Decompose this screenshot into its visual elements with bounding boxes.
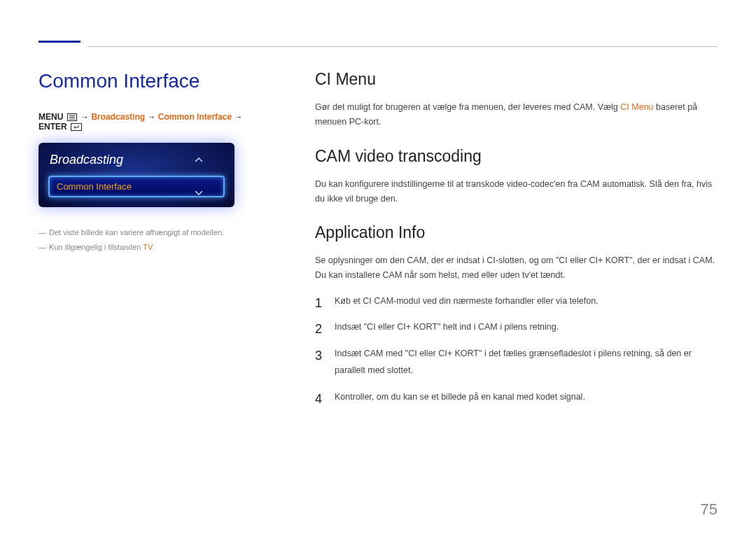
menu-icon (67, 113, 77, 121)
page-title: Common Interface (38, 70, 255, 92)
right-column: CI Menu Gør det muligt for brugeren at v… (315, 70, 718, 415)
note-2-text-a: Kun tilgængelig i tilstanden (49, 243, 143, 251)
osd-scroll-chevrons (194, 155, 204, 195)
step-item: Kontroller, om du kan se et billede på e… (315, 389, 718, 406)
top-horizontal-rule (88, 46, 718, 47)
osd-preview-panel: Broadcasting Common Interface (38, 143, 234, 207)
notes-block: ―Det viste billede kan variere afhængigt… (38, 225, 255, 255)
breadcrumb-arrow: → (234, 112, 242, 122)
breadcrumb-arrow: → (147, 112, 155, 122)
enter-icon (71, 123, 82, 131)
step-item: Indsæt CAM med "CI eller CI+ KORT" i det… (315, 346, 718, 379)
note-line-2: ―Kun tilgængelig i tilstanden TV. (38, 240, 255, 255)
section-ci-menu-heading: CI Menu (315, 70, 718, 89)
note-1-text: Det viste billede kan variere afhængigt … (49, 228, 224, 237)
page-number: 75 (701, 500, 718, 519)
section-app-info-heading: Application Info (315, 223, 718, 242)
breadcrumb-common-interface: Common Interface (158, 112, 232, 122)
section-cam-video-heading: CAM video transcoding (315, 147, 718, 166)
note-2-tv: TV (143, 243, 152, 251)
note-dash: ― (38, 243, 46, 251)
chevron-down-icon (194, 188, 204, 195)
breadcrumb-arrow: → (80, 112, 89, 122)
section-ci-menu-text: Gør det muligt for brugeren at vælge fra… (315, 100, 718, 130)
app-info-steps: Køb et CI CAM-modul ved din nærmeste for… (315, 293, 718, 406)
breadcrumb-broadcasting: Broadcasting (91, 112, 145, 122)
breadcrumb: MENU → Broadcasting → Common Interface →… (38, 112, 255, 132)
note-2-text-c: . (152, 243, 154, 251)
chevron-up-icon (194, 155, 204, 162)
left-column: Common Interface MENU → Broadcasting → C… (38, 70, 255, 255)
breadcrumb-enter-label: ENTER (38, 122, 67, 132)
section-cam-video-text: Du kan konfigurere indstillingerne til a… (315, 177, 718, 207)
section-app-info-text: Se oplysninger om den CAM, der er indsat… (315, 253, 718, 283)
ci-menu-p-a: Gør det muligt for brugeren at vælge fra… (315, 102, 620, 112)
breadcrumb-menu-label: MENU (38, 112, 63, 122)
note-line-1: ―Det viste billede kan variere afhængigt… (38, 225, 255, 240)
note-dash: ― (38, 228, 46, 237)
top-accent-bar (38, 41, 80, 43)
step-item: Indsæt "CI eller CI+ KORT" helt ind i CA… (315, 319, 718, 336)
ci-menu-p-b: CI Menu (620, 102, 653, 112)
step-item: Køb et CI CAM-modul ved din nærmeste for… (315, 293, 718, 310)
